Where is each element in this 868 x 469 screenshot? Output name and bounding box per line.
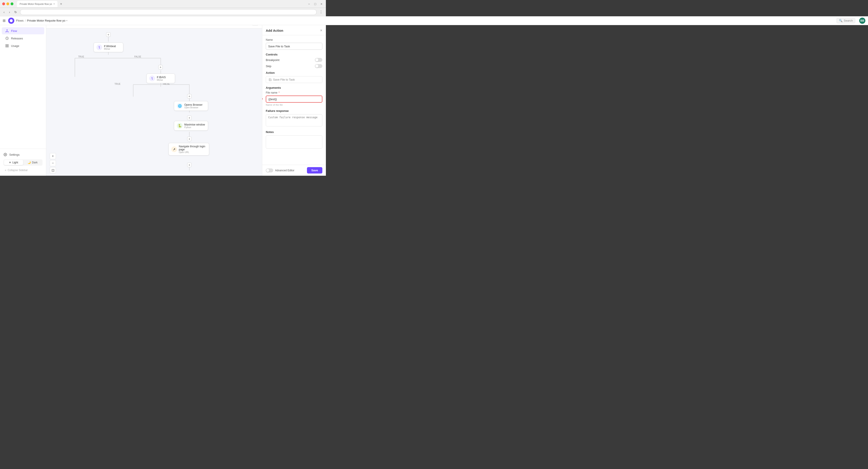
window-controls[interactable] <box>2 2 13 5</box>
close-button[interactable] <box>2 2 5 5</box>
svg-line-6 <box>7 31 8 31</box>
add-node-after-maximise[interactable]: + <box>187 137 192 141</box>
save-button[interactable]: Save <box>307 167 322 174</box>
sidebar-releases-label: Releases <box>11 37 23 40</box>
add-node-before-browser[interactable]: + <box>187 94 192 98</box>
settings-label: Settings <box>9 153 20 156</box>
name-input[interactable] <box>266 43 322 50</box>
panel-title: Add Action <box>266 29 283 32</box>
if-ibais-node[interactable]: If IBAIS If/Else <box>147 73 175 83</box>
controls-section: Breakpoint Skip <box>266 58 322 68</box>
navigate-sublabel: Open URL <box>179 151 206 154</box>
maximize-button[interactable] <box>10 2 13 5</box>
skip-row: Skip <box>266 64 322 68</box>
grid-icon[interactable]: ⊞ <box>3 19 5 23</box>
flows-link[interactable]: Flows <box>16 19 24 22</box>
panel-footer: Advanced Editor Save <box>262 165 326 176</box>
red-arrow-annotation: ➜ <box>262 96 263 101</box>
browser-tab[interactable]: Private Motor Requote flow yo × <box>17 1 58 7</box>
canvas-area: Get Risk Data 🔍 <box>46 16 262 176</box>
breakpoint-toggle[interactable] <box>315 58 322 62</box>
sidebar-usage-label: Usage <box>11 44 20 48</box>
flow-connections <box>46 28 262 176</box>
breadcrumb: Flows / Private Motor Requote flow yo ▾ <box>16 19 67 22</box>
opens-browser-label: Opens Browser <box>184 103 203 106</box>
failure-response-input[interactable] <box>266 114 322 126</box>
if-winbeat-node[interactable]: If Winbeat If/Else <box>94 42 123 52</box>
sidebar-item-releases[interactable]: Releases <box>2 35 44 42</box>
action-value: Save File to Task <box>273 78 295 81</box>
svg-point-2 <box>6 31 6 32</box>
dark-theme-button[interactable]: 🌙 Dark <box>23 160 42 165</box>
refresh-button[interactable]: ↻ <box>13 9 18 15</box>
tab-title: Private Motor Requote flow yo <box>20 3 52 5</box>
canvas-controls: + − ⊡ <box>50 153 56 173</box>
maximise-window-sublabel: Python <box>184 126 205 129</box>
forward-button[interactable]: › <box>8 9 11 15</box>
opens-browser-node[interactable]: 🌐 Opens Browser Open Browser <box>174 101 208 111</box>
usage-icon <box>5 44 9 48</box>
maximise-window-node[interactable]: 🐍 Maximise window Python <box>174 121 208 131</box>
navigate-label: Navigate through login page <box>179 145 206 151</box>
add-node-bottom[interactable]: + <box>187 163 192 167</box>
fit-screen-button[interactable]: ⊡ <box>50 167 56 173</box>
os-minimize-button[interactable]: − <box>307 2 311 6</box>
add-node-top-button[interactable]: + <box>106 32 111 37</box>
if-winbeat-text: If Winbeat If/Else <box>104 45 116 50</box>
theme-toggle[interactable]: ☀ Light 🌙 Dark <box>3 159 42 165</box>
collapse-sidebar-button[interactable]: « Collapse Sidebar <box>2 167 44 173</box>
app-header: ⊞ Flows / Private Motor Requote flow yo … <box>0 16 326 25</box>
opens-browser-text: Opens Browser Open Browser <box>184 103 203 109</box>
controls-section-title: Controls <box>266 53 322 56</box>
arguments-section-title: Arguments <box>266 86 322 89</box>
navigate-text: Navigate through login page Open URL <box>179 145 206 154</box>
sidebar-item-flow[interactable]: Flow <box>2 27 44 34</box>
if-ibais-sublabel: If/Else <box>157 79 166 81</box>
advanced-editor-toggle[interactable] <box>266 168 273 173</box>
navigate-node[interactable]: ↗ Navigate through login page Open URL <box>168 143 209 155</box>
app-logo <box>8 18 14 24</box>
settings-item[interactable]: Settings <box>2 152 44 158</box>
sun-icon: ☀ <box>9 161 11 164</box>
sidebar-bottom: Settings ☀ Light 🌙 Dark « Collapse Sideb… <box>0 149 46 176</box>
skip-toggle[interactable] <box>315 64 322 68</box>
false-label-1: FALSE <box>134 56 141 58</box>
file-name-hint: Name of the file <box>266 103 322 106</box>
svg-rect-10 <box>7 46 8 47</box>
tab-close-icon[interactable]: × <box>53 2 55 5</box>
browser-menu-button[interactable]: ⋮ <box>318 9 324 15</box>
svg-line-5 <box>6 31 7 31</box>
add-node-ifwinbeat-right[interactable]: + <box>158 65 163 69</box>
new-tab-button[interactable]: + <box>58 1 64 7</box>
file-name-input[interactable] <box>266 96 322 103</box>
sidebar-item-usage[interactable]: Usage <box>2 42 44 49</box>
svg-rect-9 <box>7 44 8 45</box>
moon-icon: 🌙 <box>28 161 31 164</box>
maximise-window-label: Maximise window <box>184 123 205 126</box>
minimize-button[interactable] <box>6 2 9 5</box>
zoom-out-button[interactable]: − <box>50 160 56 166</box>
svg-rect-8 <box>6 44 7 45</box>
back-button[interactable]: ‹ <box>2 9 6 15</box>
os-close-button[interactable]: × <box>319 2 324 6</box>
breakpoint-label: Breakpoint <box>266 58 279 62</box>
url-input[interactable] <box>20 9 317 15</box>
panel-close-button[interactable]: × <box>320 28 322 33</box>
notes-input[interactable] <box>266 135 322 149</box>
zoom-in-button[interactable]: + <box>50 153 56 159</box>
if-winbeat-label: If Winbeat <box>104 45 116 48</box>
action-selector-button[interactable]: Save File to Task <box>266 76 322 83</box>
app-layout: Flow Releases Usage <box>0 16 326 176</box>
add-node-after-browser[interactable]: + <box>187 116 192 120</box>
name-field-label: Name <box>266 38 322 41</box>
action-section-title: Action <box>266 71 322 74</box>
light-theme-button[interactable]: ☀ Light <box>4 160 23 165</box>
file-name-label: File name * <box>266 91 322 94</box>
tab-bar: Private Motor Requote flow yo × + <box>17 1 305 7</box>
sidebar-flow-label: Flow <box>11 29 17 33</box>
sidebar-nav: Flow Releases Usage <box>0 25 46 149</box>
breadcrumb-separator: / <box>25 19 26 22</box>
os-maximize-button[interactable]: □ <box>313 2 317 6</box>
panel-body: Name Controls Breakpoint Skip Action Sav… <box>262 35 326 165</box>
os-window-controls[interactable]: − □ × <box>307 2 324 6</box>
